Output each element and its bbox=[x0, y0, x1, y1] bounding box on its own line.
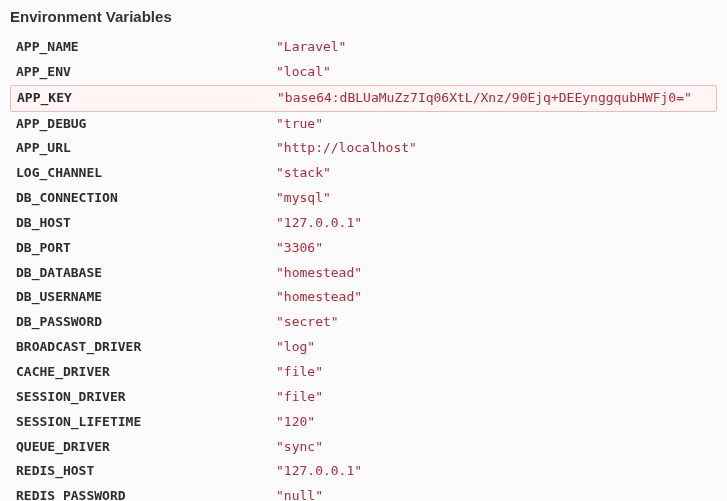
env-key: QUEUE_DRIVER bbox=[16, 438, 276, 457]
env-row: LOG_CHANNEL"stack" bbox=[10, 161, 717, 186]
env-row: SESSION_DRIVER"file" bbox=[10, 385, 717, 410]
env-row: DB_DATABASE"homestead" bbox=[10, 261, 717, 286]
env-value: "null" bbox=[276, 487, 713, 501]
env-value: "stack" bbox=[276, 164, 713, 183]
env-value: "base64:dBLUaMuZz7Iq06XtL/Xnz/90Ejq+DEEy… bbox=[277, 89, 712, 108]
env-key: APP_NAME bbox=[16, 38, 276, 57]
env-row: DB_CONNECTION"mysql" bbox=[10, 186, 717, 211]
env-key: SESSION_LIFETIME bbox=[16, 413, 276, 432]
env-value: "true" bbox=[276, 115, 713, 134]
env-key: APP_URL bbox=[16, 139, 276, 158]
env-value: "sync" bbox=[276, 438, 713, 457]
env-row: APP_NAME"Laravel" bbox=[10, 35, 717, 60]
section-heading: Environment Variables bbox=[10, 8, 717, 25]
env-row: REDIS_PASSWORD"null" bbox=[10, 484, 717, 501]
env-row: DB_PORT"3306" bbox=[10, 236, 717, 261]
env-value: "Laravel" bbox=[276, 38, 713, 57]
env-key: LOG_CHANNEL bbox=[16, 164, 276, 183]
env-key: DB_PASSWORD bbox=[16, 313, 276, 332]
env-key: DB_USERNAME bbox=[16, 288, 276, 307]
env-key: DB_PORT bbox=[16, 239, 276, 258]
env-row: APP_URL"http://localhost" bbox=[10, 136, 717, 161]
env-key: DB_HOST bbox=[16, 214, 276, 233]
env-key: APP_KEY bbox=[17, 89, 277, 108]
env-variables-table: APP_NAME"Laravel"APP_ENV"local"APP_KEY"b… bbox=[10, 35, 717, 501]
env-value: "3306" bbox=[276, 239, 713, 258]
env-row: DB_HOST"127.0.0.1" bbox=[10, 211, 717, 236]
env-row: APP_KEY"base64:dBLUaMuZz7Iq06XtL/Xnz/90E… bbox=[10, 85, 717, 112]
env-value: "file" bbox=[276, 363, 713, 382]
env-value: "120" bbox=[276, 413, 713, 432]
env-value: "http://localhost" bbox=[276, 139, 713, 158]
env-value: "local" bbox=[276, 63, 713, 82]
env-row: CACHE_DRIVER"file" bbox=[10, 360, 717, 385]
env-key: BROADCAST_DRIVER bbox=[16, 338, 276, 357]
env-key: REDIS_PASSWORD bbox=[16, 487, 276, 501]
env-value: "homestead" bbox=[276, 264, 713, 283]
env-row: BROADCAST_DRIVER"log" bbox=[10, 335, 717, 360]
env-value: "log" bbox=[276, 338, 713, 357]
env-key: REDIS_HOST bbox=[16, 462, 276, 481]
env-row: REDIS_HOST"127.0.0.1" bbox=[10, 459, 717, 484]
env-key: APP_ENV bbox=[16, 63, 276, 82]
env-row: DB_PASSWORD"secret" bbox=[10, 310, 717, 335]
env-row: DB_USERNAME"homestead" bbox=[10, 285, 717, 310]
env-key: APP_DEBUG bbox=[16, 115, 276, 134]
env-value: "homestead" bbox=[276, 288, 713, 307]
env-row: QUEUE_DRIVER"sync" bbox=[10, 435, 717, 460]
env-key: SESSION_DRIVER bbox=[16, 388, 276, 407]
env-value: "127.0.0.1" bbox=[276, 214, 713, 233]
env-key: CACHE_DRIVER bbox=[16, 363, 276, 382]
env-value: "secret" bbox=[276, 313, 713, 332]
env-key: DB_DATABASE bbox=[16, 264, 276, 283]
env-row: APP_ENV"local" bbox=[10, 60, 717, 85]
env-key: DB_CONNECTION bbox=[16, 189, 276, 208]
env-value: "mysql" bbox=[276, 189, 713, 208]
env-value: "127.0.0.1" bbox=[276, 462, 713, 481]
env-row: SESSION_LIFETIME"120" bbox=[10, 410, 717, 435]
env-row: APP_DEBUG"true" bbox=[10, 112, 717, 137]
env-value: "file" bbox=[276, 388, 713, 407]
